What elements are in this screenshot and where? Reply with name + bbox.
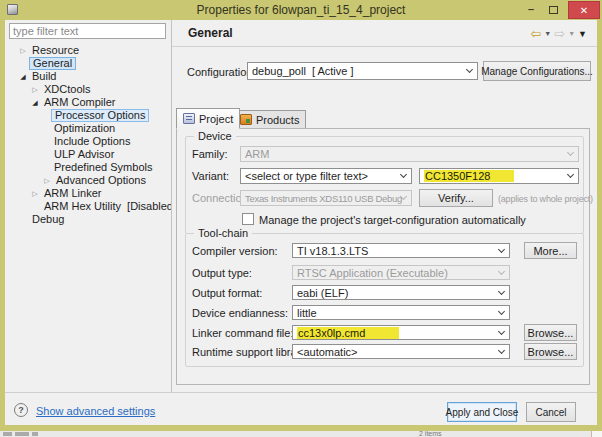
- back-menu-caret-icon[interactable]: ▼: [544, 30, 551, 37]
- manage-target-config-checkbox[interactable]: [242, 213, 254, 225]
- family-label: Family:: [192, 148, 227, 160]
- maximize-button[interactable]: [542, 1, 564, 19]
- collapsed-arrow-icon[interactable]: ▷: [29, 187, 41, 200]
- tab-products[interactable]: Products: [234, 110, 306, 129]
- dialog-footer: ? Show advanced settings Apply and Close…: [5, 392, 597, 425]
- output-type-select: RTSC Application (Executable): [292, 265, 510, 280]
- chevron-down-icon: [498, 287, 505, 294]
- chevron-down-icon: [567, 149, 574, 156]
- collapsed-arrow-icon[interactable]: ▷: [17, 44, 29, 57]
- help-icon[interactable]: ?: [14, 403, 28, 417]
- output-type-label: Output type:: [192, 267, 252, 279]
- connection-select: Texas Instruments XDS110 USB Debug: [240, 190, 412, 206]
- device-endianness-select[interactable]: little: [292, 305, 510, 320]
- tree-item-optimization[interactable]: Optimization: [5, 122, 171, 135]
- verify-button[interactable]: Verify...: [419, 189, 493, 207]
- tree-item-arm-linker[interactable]: ▷ARM Linker: [5, 187, 171, 200]
- device-group: Device Family: ARM Variant: <select or t…: [185, 136, 584, 234]
- project-tab-panel: Device Family: ARM Variant: <select or t…: [176, 128, 590, 385]
- products-tab-icon: [240, 114, 252, 125]
- manage-configurations-button[interactable]: Manage Configurations...: [483, 61, 591, 81]
- chevron-down-icon: [498, 327, 505, 334]
- tree-item-resource[interactable]: ▷Resource: [5, 44, 171, 57]
- view-menu-caret-icon[interactable]: ▼: [578, 29, 587, 39]
- family-select: ARM: [240, 146, 579, 162]
- collapsed-arrow-icon[interactable]: ▷: [29, 83, 41, 96]
- maximize-icon: [549, 6, 558, 14]
- window-title: Properties for 6lowpan_ti_15_4_project: [0, 3, 602, 17]
- chevron-down-icon: [498, 346, 505, 353]
- tree-item-general[interactable]: General: [5, 57, 171, 70]
- tree-item-processor-options[interactable]: Processor Options: [5, 109, 171, 122]
- toolchain-group-legend: Tool-chain: [194, 227, 252, 239]
- linker-browse-button[interactable]: Browse...: [524, 324, 577, 341]
- tab-project[interactable]: Project: [176, 108, 240, 129]
- properties-tree: ▷Resource General ◢Build ▷XDCtools ◢ARM …: [5, 44, 171, 226]
- titlebar[interactable]: Properties for 6lowpan_ti_15_4_project –…: [0, 0, 602, 20]
- output-format-label: Output format:: [192, 287, 262, 299]
- dialog-body: ▷Resource General ◢Build ▷XDCtools ◢ARM …: [5, 20, 597, 425]
- device-group-legend: Device: [194, 130, 236, 142]
- chevron-down-icon: [567, 171, 574, 178]
- toolchain-group: Tool-chain Compiler version: TI v18.1.3.…: [185, 233, 584, 367]
- chevron-down-icon: [466, 66, 473, 73]
- chevron-down-icon: [498, 307, 505, 314]
- runtime-browse-button[interactable]: Browse...: [524, 343, 577, 360]
- background-window-fragment: [15, 432, 29, 436]
- project-tab-icon: [183, 113, 195, 124]
- forward-menu-caret-icon[interactable]: ▼: [568, 30, 575, 37]
- chevron-down-icon: [400, 171, 407, 178]
- show-advanced-settings-link[interactable]: Show advanced settings: [36, 405, 155, 417]
- expanded-arrow-icon[interactable]: ◢: [29, 96, 41, 109]
- variant-select[interactable]: CC1350F128: [419, 168, 579, 184]
- configuration-select[interactable]: debug_poll [ Active ]: [247, 62, 478, 80]
- tree-item-build[interactable]: ◢Build: [5, 70, 171, 83]
- chevron-down-icon: [498, 245, 505, 252]
- tree-item-advanced-options[interactable]: ▷Advanced Options: [5, 174, 171, 187]
- window-controls: – ✕: [520, 0, 600, 20]
- back-arrow-icon[interactable]: ⇦: [530, 27, 541, 40]
- background-status-text: 2 items: [419, 431, 442, 437]
- variant-label: Variant:: [192, 170, 229, 182]
- cancel-button[interactable]: Cancel: [526, 402, 576, 422]
- apply-and-close-button[interactable]: Apply and Close: [447, 402, 517, 422]
- connection-note: (applies to whole project): [498, 194, 593, 204]
- configuration-label: Configuration:: [187, 66, 256, 78]
- output-format-select[interactable]: eabi (ELF): [292, 285, 510, 300]
- background-window-fragment: [3, 432, 12, 436]
- runtime-support-library-select[interactable]: <automatic>: [292, 344, 510, 359]
- minimize-button[interactable]: –: [520, 1, 542, 19]
- device-endianness-label: Device endianness:: [192, 307, 288, 319]
- chevron-down-icon: [498, 267, 505, 274]
- filter-input[interactable]: [9, 23, 166, 39]
- manage-target-config-label: Manage the project's target-configuratio…: [259, 214, 526, 226]
- more-button[interactable]: More...: [524, 242, 577, 259]
- linker-command-file-select[interactable]: cc13x0lp.cmd: [292, 325, 510, 340]
- tree-item-ulp-advisor[interactable]: ULP Advisor: [5, 148, 171, 161]
- collapsed-arrow-icon[interactable]: ▷: [41, 174, 53, 187]
- forward-arrow-icon[interactable]: ⇨: [554, 27, 565, 40]
- tree-item-arm-hex-utility[interactable]: ARM Hex Utility [Disabled]: [5, 200, 171, 213]
- compiler-version-label: Compiler version:: [192, 245, 278, 257]
- properties-dialog: Properties for 6lowpan_ti_15_4_project –…: [0, 0, 602, 437]
- linker-command-file-label: Linker command file:: [192, 327, 294, 339]
- header-nav: ⇦ ▼ ⇨ ▼ ▼: [530, 27, 587, 40]
- background-window-fragment: [32, 432, 38, 436]
- main-pane: General ⇦ ▼ ⇨ ▼ ▼ Configuration: debug_p…: [172, 20, 597, 392]
- highlighted-value: CC1350F128: [424, 170, 514, 182]
- tree-item-include-options[interactable]: Include Options: [5, 135, 171, 148]
- tree-item-xdctools[interactable]: ▷XDCtools: [5, 83, 171, 96]
- header-separator: [172, 46, 597, 47]
- tree-item-debug[interactable]: Debug: [5, 213, 171, 226]
- background-window-strip: 2 items: [0, 431, 602, 437]
- variant-filter-select[interactable]: <select or type filter text>: [240, 168, 412, 184]
- highlighted-value: cc13x0lp.cmd: [297, 327, 399, 339]
- compiler-version-select[interactable]: TI v18.1.3.LTS: [292, 243, 510, 258]
- page-title: General: [188, 26, 233, 40]
- background-window-fragment: [591, 431, 602, 437]
- close-button[interactable]: ✕: [568, 1, 600, 19]
- tree-item-predefined-symbols[interactable]: Predefined Symbols: [5, 161, 171, 174]
- tree-item-arm-compiler[interactable]: ◢ARM Compiler: [5, 96, 171, 109]
- expanded-arrow-icon[interactable]: ◢: [17, 70, 29, 83]
- sidebar: ▷Resource General ◢Build ▷XDCtools ◢ARM …: [5, 20, 171, 392]
